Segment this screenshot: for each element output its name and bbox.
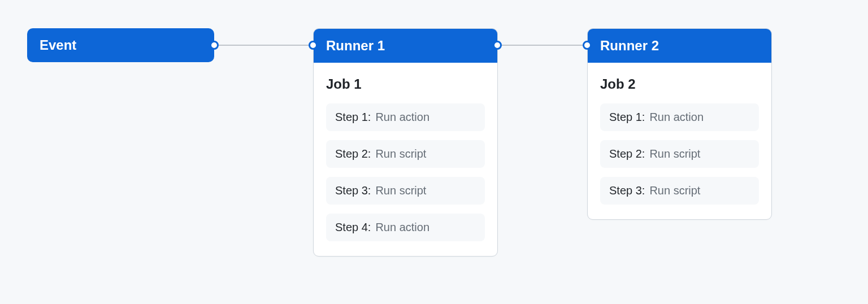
workflow-diagram: Event Runner 1 Job 1 Step 1: Run action … [0,0,868,304]
runner-1-title: Runner 1 [326,38,385,53]
step-item: Step 3: Run script [600,177,759,205]
step-desc: Run action [649,111,704,124]
runner-node-1: Runner 1 Job 1 Step 1: Run action Step 2… [313,28,498,257]
runner-2-body: Job 2 Step 1: Run action Step 2: Run scr… [588,63,771,219]
step-label: Step 2: [335,147,371,160]
runner-1-header: Runner 1 [314,29,497,63]
connector-runner1-to-runner2 [497,45,587,46]
runner-2-title: Runner 2 [600,38,659,53]
port-event-right [210,41,219,50]
connector-event-to-runner1 [214,45,313,46]
port-runner2-left [583,41,592,50]
step-item: Step 2: Run script [326,140,485,168]
step-desc: Run action [375,221,429,234]
event-node: Event [27,28,214,62]
step-item: Step 2: Run script [600,140,759,168]
step-desc: Run script [375,147,426,160]
step-item: Step 1: Run action [600,103,759,131]
runner-1-body: Job 1 Step 1: Run action Step 2: Run scr… [314,63,497,256]
step-item: Step 1: Run action [326,103,485,131]
step-desc: Run script [375,184,426,197]
step-desc: Run script [649,147,700,160]
runner-2-header: Runner 2 [588,29,771,63]
job-1-title: Job 1 [326,76,485,92]
step-label: Step 1: [335,111,371,124]
runner-node-2: Runner 2 Job 2 Step 1: Run action Step 2… [587,28,772,220]
event-label: Event [40,37,76,53]
step-label: Step 1: [609,111,645,124]
step-label: Step 3: [609,184,645,197]
step-label: Step 4: [335,221,371,234]
job-2-title: Job 2 [600,76,759,92]
port-runner1-right [493,41,502,50]
step-desc: Run script [649,184,700,197]
step-item: Step 4: Run action [326,214,485,241]
step-label: Step 3: [335,184,371,197]
step-desc: Run action [375,111,429,124]
port-runner1-left [309,41,318,50]
step-item: Step 3: Run script [326,177,485,205]
step-label: Step 2: [609,147,645,160]
